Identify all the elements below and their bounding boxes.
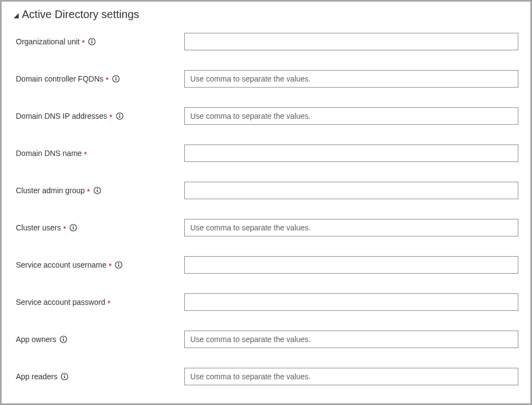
required-marker: * (87, 188, 90, 195)
label-organizational-unit: Organizational unit * (14, 37, 184, 46)
svg-rect-8 (119, 115, 120, 118)
required-marker: * (109, 262, 112, 270)
row-domain-controller-fqdns: Domain controller FQDNs * (14, 70, 518, 88)
svg-rect-11 (97, 190, 98, 192)
info-icon[interactable] (61, 373, 68, 380)
row-organizational-unit: Organizational unit * (14, 33, 518, 50)
row-domain-dns-name: Domain DNS name * (14, 144, 518, 162)
info-icon[interactable] (69, 224, 77, 232)
row-app-readers: App readers (14, 368, 518, 385)
label-app-readers: App readers (14, 372, 184, 381)
cluster-users-input[interactable] (184, 219, 518, 236)
app-readers-input[interactable] (184, 368, 518, 385)
required-marker: * (109, 113, 112, 121)
info-icon[interactable] (115, 261, 122, 269)
settings-panel: ◢ Active Directory settings Organization… (2, 2, 530, 403)
svg-rect-17 (118, 264, 119, 267)
svg-point-19 (63, 337, 64, 338)
service-account-password-input[interactable] (184, 293, 518, 311)
label-text: Service account password (16, 298, 105, 306)
section-header-active-directory[interactable]: ◢ Active Directory settings (14, 8, 518, 21)
label-text: Domain controller FQDNs (16, 74, 103, 83)
domain-dns-name-input[interactable] (184, 144, 518, 162)
domain-dns-ip-input[interactable] (184, 107, 518, 125)
label-text: Domain DNS IP addresses (16, 112, 107, 120)
label-domain-dns-ip: Domain DNS IP addresses * (14, 112, 184, 120)
label-text: Organizational unit (16, 37, 80, 46)
label-domain-dns-name: Domain DNS name * (14, 149, 184, 158)
svg-rect-14 (73, 227, 74, 229)
label-text: Domain DNS name (16, 149, 82, 158)
label-text: App readers (16, 372, 57, 381)
row-service-account-username: Service account username * (14, 256, 518, 274)
domain-controller-fqdns-input[interactable] (184, 70, 518, 88)
svg-point-7 (119, 114, 120, 115)
organizational-unit-input[interactable] (184, 33, 518, 50)
svg-point-16 (118, 263, 119, 264)
svg-rect-23 (64, 376, 65, 378)
label-text: App owners (16, 335, 56, 344)
svg-point-1 (91, 39, 92, 40)
svg-rect-5 (115, 78, 116, 80)
label-cluster-users: Cluster users * (14, 223, 184, 232)
required-marker: * (107, 299, 110, 307)
required-marker: * (82, 39, 85, 47)
row-cluster-users: Cluster users * (14, 219, 518, 236)
label-app-owners: App owners (14, 335, 184, 344)
row-domain-dns-ip: Domain DNS IP addresses * (14, 107, 518, 125)
label-cluster-admin-group: Cluster admin group * (14, 186, 184, 195)
required-marker: * (106, 76, 108, 84)
label-text: Service account username (16, 261, 107, 269)
svg-point-4 (115, 77, 116, 78)
required-marker: * (84, 151, 87, 158)
section-title: Active Directory settings (22, 8, 139, 21)
info-icon[interactable] (60, 335, 67, 343)
svg-point-22 (64, 374, 65, 375)
service-account-username-input[interactable] (184, 256, 518, 274)
label-service-account-username: Service account username * (14, 261, 184, 269)
svg-rect-20 (63, 339, 64, 341)
svg-point-13 (73, 225, 74, 227)
required-marker: * (63, 225, 66, 233)
info-icon[interactable] (112, 75, 120, 83)
app-owners-input[interactable] (184, 331, 518, 348)
row-app-owners: App owners (14, 331, 518, 348)
cluster-admin-group-input[interactable] (184, 182, 518, 199)
label-text: Cluster admin group (16, 186, 85, 195)
row-cluster-admin-group: Cluster admin group * (14, 182, 518, 199)
svg-rect-2 (91, 41, 92, 43)
collapse-triangle-icon: ◢ (14, 12, 19, 19)
info-icon[interactable] (93, 187, 101, 194)
svg-point-10 (97, 188, 98, 189)
info-icon[interactable] (116, 112, 124, 120)
row-service-account-password: Service account password * (14, 293, 518, 311)
info-icon[interactable] (88, 38, 96, 45)
label-text: Cluster users (16, 223, 61, 232)
label-domain-controller-fqdns: Domain controller FQDNs * (14, 74, 184, 83)
label-service-account-password: Service account password * (14, 298, 184, 306)
